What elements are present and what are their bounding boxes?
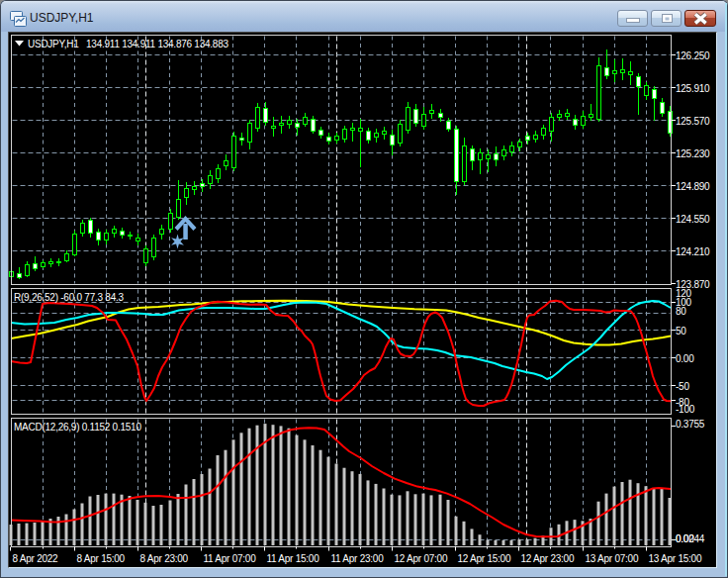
- svg-text:50: 50: [676, 326, 686, 337]
- svg-text:8 Apr 2022: 8 Apr 2022: [13, 553, 59, 564]
- svg-text:8 Apr 15:00: 8 Apr 15:00: [77, 553, 126, 564]
- svg-text:12 Apr 07:00: 12 Apr 07:00: [395, 553, 448, 564]
- svg-text:13 Apr 15:00: 13 Apr 15:00: [649, 553, 702, 564]
- svg-text:11 Apr 15:00: 11 Apr 15:00: [267, 553, 320, 564]
- svg-text:125.570: 125.570: [676, 116, 710, 127]
- svg-text:8 Apr 23:00: 8 Apr 23:00: [140, 553, 189, 564]
- svg-text:-50: -50: [676, 381, 689, 392]
- svg-text:80: 80: [676, 306, 686, 317]
- svg-text:12 Apr 23:00: 12 Apr 23:00: [521, 553, 575, 564]
- svg-text:124.890: 124.890: [676, 181, 710, 192]
- svg-text:13 Apr 07:00: 13 Apr 07:00: [586, 553, 639, 564]
- svg-text:MACD(12,26,9) 0.1152 0.1510: MACD(12,26,9) 0.1152 0.1510: [14, 422, 141, 433]
- svg-text:USDJPY,H1 134.911 134.911 13: USDJPY,H1 134.911 134.911 134.876 134.88…: [28, 39, 228, 49]
- svg-text:11 Apr 23:00: 11 Apr 23:00: [331, 553, 385, 564]
- svg-text:12 Apr 15:00: 12 Apr 15:00: [458, 553, 511, 564]
- svg-text:0.00: 0.00: [676, 353, 694, 364]
- svg-text:11 Apr 07:00: 11 Apr 07:00: [204, 553, 257, 564]
- svg-text:125.230: 125.230: [676, 148, 710, 159]
- svg-text:126.250: 126.250: [676, 50, 710, 61]
- svg-text:-100: -100: [676, 404, 695, 415]
- svg-text:124.550: 124.550: [676, 214, 710, 225]
- svg-text:125.910: 125.910: [676, 83, 710, 94]
- svg-text:0.3755: 0.3755: [676, 419, 705, 430]
- svg-text:0.0244: 0.0244: [676, 533, 705, 544]
- svg-text:R(9,26,52) -60.0 77.3 84.3: R(9,26,52) -60.0 77.3 84.3: [14, 292, 124, 303]
- svg-text:124.210: 124.210: [676, 246, 710, 257]
